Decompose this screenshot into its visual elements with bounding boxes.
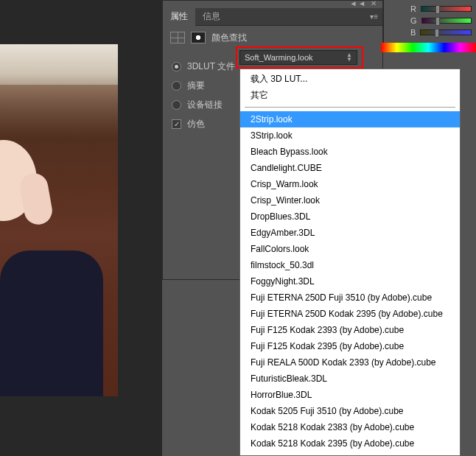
menu-item-lut[interactable]: DropBlues.3DL (240, 208, 460, 225)
toolbar-label: 颜色查找 (211, 32, 247, 44)
menu-item-lut[interactable]: LateSunset.3DL (240, 452, 460, 456)
menu-item-lut[interactable]: FallColors.look (240, 241, 460, 257)
radio-abstract[interactable] (172, 81, 181, 91)
menu-item-lut[interactable]: FoggyNight.3DL (240, 273, 460, 290)
panel-tabs: 属性 信息 ▾≡ (163, 8, 382, 26)
menu-item-lut[interactable]: Fuji REALA 500D Kodak 2393 (by Adobe).cu… (240, 354, 460, 371)
slider-b[interactable] (420, 29, 472, 35)
menu-item-lut[interactable]: Candlelight.CUBE (240, 160, 460, 176)
rgb-panel: R G B (383, 0, 476, 44)
menu-item-lut[interactable]: Fuji F125 Kodak 2395 (by Adobe).cube (240, 338, 460, 354)
radio-3dlut-file[interactable] (172, 62, 181, 71)
label-dither: 仿色 (187, 118, 205, 130)
menu-item-lut[interactable]: filmstock_50.3dl (240, 257, 460, 273)
menu-item-lut[interactable]: 2Strip.look (240, 111, 460, 127)
label-r: R (410, 4, 416, 13)
radio-device-link[interactable] (172, 100, 181, 110)
menu-item-other[interactable]: 其它 (240, 87, 460, 103)
slider-g[interactable] (421, 18, 472, 24)
menu-item-lut[interactable]: Fuji F125 Kodak 2393 (by Adobe).cube (240, 322, 460, 338)
canvas-area (0, 0, 162, 456)
dropdown-selected-value: Soft_Warming.look (245, 53, 313, 62)
menu-item-lut[interactable]: Crisp_Winter.look (240, 192, 460, 208)
menu-item-lut[interactable]: HorrorBlue.3DL (240, 387, 460, 403)
menu-item-lut[interactable]: Fuji ETERNA 250D Fuji 3510 (by Adobe).cu… (240, 290, 460, 306)
menu-item-lut[interactable]: EdgyAmber.3DL (240, 225, 460, 241)
label-g: G (410, 16, 417, 25)
document-image[interactable] (0, 44, 118, 396)
panel-collapse-icon[interactable]: ◄◄ ✕ (349, 0, 378, 7)
grid-icon[interactable] (170, 32, 185, 43)
menu-item-load[interactable]: 载入 3D LUT... (240, 71, 460, 87)
label-b: B (410, 28, 416, 37)
label-abstract: 摘要 (187, 80, 205, 92)
menu-item-lut[interactable]: Crisp_Warm.look (240, 176, 460, 192)
menu-item-lut[interactable]: Kodak 5218 Kodak 2383 (by Adobe).cube (240, 419, 460, 435)
label-3dlut-file: 3DLUT 文件 (187, 60, 235, 73)
panel-menu-icon[interactable]: ▾≡ (370, 13, 378, 21)
menu-item-lut[interactable]: Kodak 5205 Fuji 3510 (by Adobe).cube (240, 403, 460, 419)
tab-info[interactable]: 信息 (195, 7, 228, 26)
menu-item-lut[interactable]: 3Strip.look (240, 127, 460, 144)
lut-dropdown-menu: 载入 3D LUT... 其它 2Strip.look3Strip.lookBl… (239, 69, 461, 456)
color-lookup-icon[interactable] (191, 32, 206, 43)
dropdown-arrows-icon: ▲▼ (346, 53, 352, 62)
lut-dropdown[interactable]: Soft_Warming.look ▲▼ (239, 50, 357, 65)
menu-item-lut[interactable]: Kodak 5218 Kodak 2395 (by Adobe).cube (240, 435, 460, 452)
color-spectrum[interactable] (381, 43, 476, 52)
slider-r[interactable] (421, 6, 472, 12)
menu-item-lut[interactable]: Fuji ETERNA 250D Kodak 2395 (by Adobe).c… (240, 306, 460, 322)
checkbox-dither[interactable]: ✓ (172, 119, 181, 129)
label-device-link: 设备链接 (187, 99, 223, 111)
menu-item-lut[interactable]: FuturisticBleak.3DL (240, 371, 460, 387)
tab-properties[interactable]: 属性 (163, 7, 195, 26)
menu-item-lut[interactable]: Bleach Bypass.look (240, 144, 460, 160)
